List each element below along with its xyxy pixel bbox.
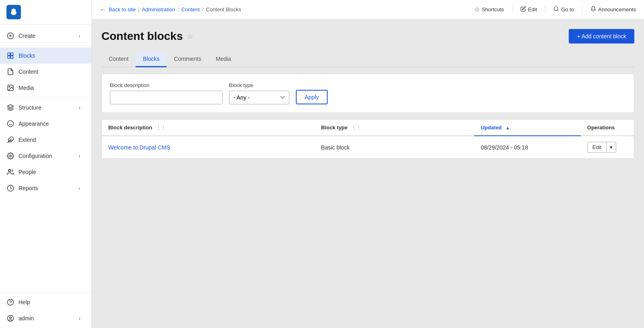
sidebar-item-extend[interactable]: Extend [0, 132, 91, 148]
edit-dropdown-button[interactable]: ▾ [607, 142, 616, 153]
col-header-updated[interactable]: Updated ▲ [474, 120, 580, 136]
cell-operations: Edit ▾ [581, 136, 634, 158]
sidebar: Create › Blocks Co [0, 0, 92, 328]
svg-rect-3 [8, 53, 10, 55]
breadcrumb-sep-1: | [138, 6, 139, 12]
col-header-updated-label: Updated [481, 125, 502, 131]
col-header-operations-label: Operations [587, 125, 615, 131]
sidebar-item-content[interactable]: Content [0, 64, 91, 80]
sidebar-item-appearance-label: Appearance [19, 120, 85, 127]
goto-link[interactable]: Go to [553, 6, 574, 13]
tab-blocks[interactable]: Blocks [136, 52, 167, 67]
svg-line-23 [557, 10, 559, 11]
drag-icon-type: ⋮⋮ [351, 125, 361, 131]
block-description-input[interactable] [110, 91, 223, 104]
breadcrumb-administration[interactable]: Administration [142, 6, 175, 12]
chevron-right-icon-reports: › [78, 185, 85, 191]
svg-point-16 [8, 169, 11, 172]
tab-comments[interactable]: Comments [167, 52, 208, 67]
edit-link[interactable]: Edit [520, 6, 537, 13]
admin-toolbar: ← Back to site | Administration / Conten… [92, 0, 644, 19]
svg-point-21 [10, 317, 12, 319]
back-to-site-link[interactable]: Back to site [109, 6, 136, 12]
edit-row-button[interactable]: Edit [587, 142, 607, 153]
page-tabs: Content Blocks Comments Media [101, 52, 634, 67]
tab-content[interactable]: Content [101, 52, 136, 67]
person-icon [6, 168, 14, 176]
operations-group: Edit ▾ [587, 142, 627, 153]
toolbar-sep-3 [582, 6, 582, 14]
favorite-star-icon[interactable]: ☆ [187, 32, 193, 41]
col-header-block-type[interactable]: Block type ⋮⋮ [315, 120, 475, 136]
announcements-label: Announcements [598, 6, 636, 12]
sidebar-item-admin[interactable]: admin › [0, 310, 91, 326]
sidebar-item-structure-label: Structure [19, 104, 78, 111]
puzzle-icon [6, 136, 14, 144]
col-header-operations: Operations [581, 120, 634, 136]
palette-icon [6, 120, 14, 128]
plus-circle-icon [6, 32, 14, 40]
svg-point-8 [9, 86, 10, 87]
sidebar-item-configuration-label: Configuration [19, 153, 78, 159]
svg-point-10 [8, 121, 14, 127]
blocks-icon [6, 52, 14, 60]
add-content-block-button[interactable]: + Add content block [569, 29, 634, 44]
chevron-right-icon-structure: › [78, 104, 85, 111]
sidebar-item-structure[interactable]: Structure › [0, 100, 91, 116]
tab-media[interactable]: Media [208, 52, 238, 67]
bell-icon [590, 6, 596, 13]
svg-rect-6 [11, 56, 13, 58]
breadcrumb-content[interactable]: Content [182, 6, 200, 12]
sidebar-item-content-label: Content [19, 69, 85, 75]
table-row: Welcome to Drupal CMS Basic block 08/29/… [102, 136, 634, 158]
col-header-block-description-label: Block description [108, 125, 152, 131]
block-description-link[interactable]: Welcome to Drupal CMS [108, 144, 170, 151]
breadcrumb-current: Content Blocks [206, 6, 241, 12]
sidebar-item-create-label: Create [19, 33, 78, 39]
page-area: Content blocks ☆ + Add content block Con… [92, 19, 644, 328]
drupal-logo[interactable] [6, 5, 21, 19]
sidebar-item-people[interactable]: People [0, 164, 91, 180]
breadcrumb-sep-3: / [202, 6, 204, 12]
announcements-link[interactable]: Announcements [590, 6, 636, 13]
star-icon-shortcuts: ☆ [474, 6, 480, 13]
toolbar-actions: ☆ Shortcuts Edit [474, 6, 636, 14]
sidebar-item-configuration[interactable]: Configuration › [0, 148, 91, 164]
apply-button[interactable]: Apply [296, 90, 328, 104]
sidebar-item-appearance[interactable]: Appearance [0, 116, 91, 132]
sidebar-item-create[interactable]: Create › [0, 28, 91, 44]
sidebar-item-help[interactable]: Help [0, 294, 91, 310]
sidebar-item-help-label: Help [19, 299, 85, 305]
sidebar-item-admin-label: admin [19, 315, 78, 322]
help-circle-icon [6, 298, 14, 306]
cell-updated: 08/29/2024 - 05:18 [474, 136, 580, 158]
sidebar-item-media[interactable]: Media [0, 80, 91, 96]
drupal-logo-icon [9, 8, 18, 17]
layers-icon [6, 104, 14, 112]
col-header-block-type-label: Block type [321, 125, 348, 131]
page-title-group: Content blocks ☆ [101, 30, 193, 43]
sidebar-item-blocks-label: Blocks [19, 52, 85, 59]
toolbar-sep-2 [545, 6, 545, 14]
page-title: Content blocks [101, 30, 183, 43]
shortcuts-link[interactable]: ☆ Shortcuts [474, 6, 504, 13]
block-type-select[interactable]: - Any - Basic block [229, 91, 289, 104]
chevron-right-icon-admin: › [78, 315, 85, 322]
sort-asc-icon: ▲ [506, 125, 510, 130]
svg-rect-4 [11, 53, 13, 55]
breadcrumb: ← Back to site | Administration / Conten… [100, 6, 474, 13]
block-type-label: Block type [229, 82, 289, 88]
filter-card: Block description Block type - Any - Bas… [101, 74, 634, 113]
svg-marker-9 [8, 105, 14, 108]
chevron-right-icon: › [78, 33, 85, 39]
chevron-down-icon: ▾ [610, 144, 613, 150]
sidebar-item-reports[interactable]: Reports › [0, 180, 91, 196]
table-header-row: Block description ⋮⋮ Block type ⋮⋮ Updat… [102, 120, 634, 136]
table-card: Block description ⋮⋮ Block type ⋮⋮ Updat… [101, 119, 634, 159]
breadcrumb-sep-2: / [178, 6, 179, 12]
file-icon [6, 68, 14, 76]
sidebar-item-people-label: People [19, 169, 85, 175]
sidebar-item-blocks[interactable]: Blocks [0, 48, 91, 64]
back-arrow-icon: ← [100, 6, 106, 13]
col-header-block-description[interactable]: Block description ⋮⋮ [102, 120, 315, 136]
